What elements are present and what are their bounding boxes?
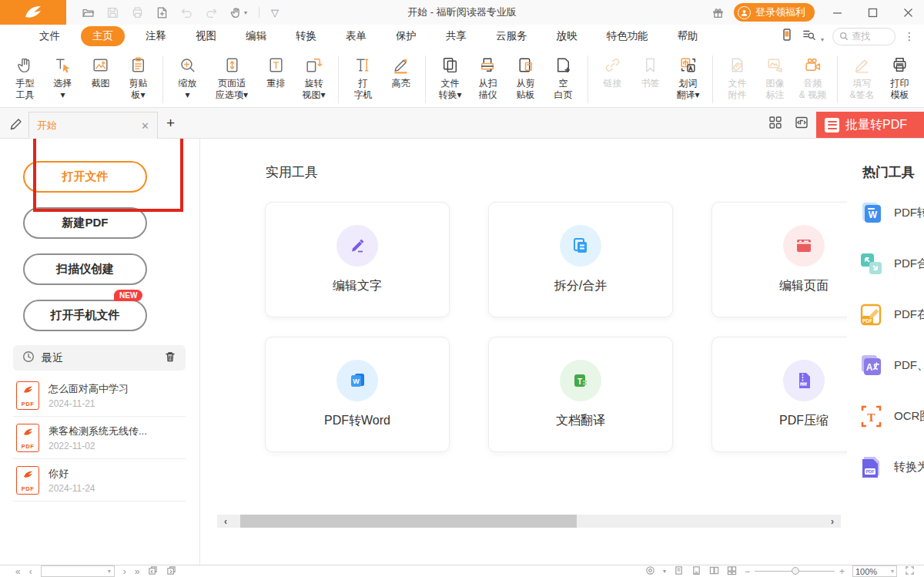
tab-close-icon[interactable]: ✕ xyxy=(141,120,149,132)
menu-home[interactable]: 主页 xyxy=(81,26,125,46)
new-pdf-button[interactable]: 新建PDF xyxy=(23,207,147,239)
hand-gesture-icon[interactable]: ▾ xyxy=(229,6,247,19)
scroll-right-icon[interactable]: › xyxy=(824,516,841,527)
ribbon-reflow[interactable]: 重排 xyxy=(258,55,294,89)
menu-edit[interactable]: 编辑 xyxy=(246,26,266,46)
menu-file[interactable]: 文件 xyxy=(39,26,60,46)
foxit-logo[interactable] xyxy=(0,0,66,25)
tab-start[interactable]: 开始 ✕ xyxy=(28,112,158,139)
gift-icon[interactable] xyxy=(711,6,725,19)
new-document-icon[interactable] xyxy=(156,6,169,19)
menu-view[interactable]: 视图 xyxy=(196,26,216,46)
ribbon-typewriter[interactable]: 打字机 xyxy=(345,55,381,101)
menu-cloud[interactable]: 云服务 xyxy=(496,26,527,46)
fill-sign-icon xyxy=(852,55,872,75)
login-button[interactable]: 登录领福利 xyxy=(734,3,815,22)
convert-to-pdf-icon: PDF xyxy=(857,453,886,481)
utility-tools-title: 实用工具 xyxy=(266,163,318,181)
next-view-icon[interactable] xyxy=(166,565,176,577)
ribbon-page-fit[interactable]: 页面适应选项▾ xyxy=(207,55,256,101)
ribbon-snapshot[interactable]: 截图 xyxy=(82,55,119,89)
ribbon-from-scanner[interactable]: 从扫描仪 xyxy=(470,55,506,101)
ribbon-hand-tool[interactable]: 手型工具 xyxy=(7,55,43,101)
menu-help[interactable]: 帮助 xyxy=(678,26,698,46)
scrollbar-track[interactable] xyxy=(234,515,824,528)
pdf-to-word-icon: W xyxy=(336,360,378,401)
grid-view-icon[interactable] xyxy=(768,116,782,133)
menu-protect[interactable]: 保护 xyxy=(396,26,417,46)
ribbon-file-convert[interactable]: 文件转换▾ xyxy=(432,55,468,101)
svg-text:T: T xyxy=(578,377,582,386)
open-file-icon[interactable] xyxy=(82,6,95,19)
ribbon-translate[interactable]: 划词翻译▾ xyxy=(670,55,706,101)
rename-tab-icon[interactable] xyxy=(10,116,24,133)
open-file-button[interactable]: 打开文件 xyxy=(23,161,147,193)
zoom-slider[interactable]: − + xyxy=(745,566,845,577)
minimize-button[interactable] xyxy=(824,2,850,22)
batch-convert-pdf-banner[interactable]: 批量转PDF xyxy=(816,112,924,138)
facing-continuous-icon[interactable] xyxy=(727,565,737,577)
hot-pdf-translate[interactable]: A PDF、 xyxy=(857,351,924,380)
menu-features[interactable]: 特色功能 xyxy=(607,26,648,46)
hot-convert-to-pdf[interactable]: PDF 转换为 xyxy=(857,453,924,481)
collapse-ribbon-icon[interactable]: ⌃ xyxy=(904,96,910,104)
scanner-create-button[interactable]: 扫描仪创建 xyxy=(23,253,147,285)
zoom-slider-knob[interactable] xyxy=(792,567,799,575)
open-mobile-file-button[interactable]: 打开手机文件 xyxy=(23,300,147,331)
hot-pdf-to-word[interactable]: W PDF转 xyxy=(857,199,924,227)
mobile-phone-icon[interactable] xyxy=(780,28,794,45)
menu-comment[interactable]: 注释 xyxy=(146,26,166,46)
reading-mode-icon[interactable] xyxy=(795,116,808,133)
link-icon xyxy=(603,55,622,75)
scroll-left-icon[interactable]: ‹ xyxy=(217,516,234,527)
card-pdf-to-word[interactable]: W PDF转Word xyxy=(265,337,450,452)
menu-convert[interactable]: 转换 xyxy=(296,26,316,46)
clear-recent-icon[interactable] xyxy=(164,351,176,365)
zoom-in-icon[interactable]: + xyxy=(839,566,845,577)
title-bar: ▾ ▽ 开始 - 福昕阅读器专业版 登录领福利 xyxy=(0,0,924,25)
fullscreen-icon[interactable] xyxy=(905,565,915,577)
card-split-merge[interactable]: 拆分/合并 xyxy=(488,202,673,317)
menu-present[interactable]: 放映 xyxy=(557,26,578,46)
horizontal-scrollbar[interactable]: ‹ › xyxy=(217,515,841,528)
blank-page-icon xyxy=(554,55,573,75)
card-edit-text[interactable]: 编辑文字 xyxy=(265,202,450,317)
recent-file-row[interactable]: PDF 乘客检测系统无线传... 2022-11-02 xyxy=(13,417,186,459)
menu-share[interactable]: 共享 xyxy=(446,26,467,46)
recent-file-row[interactable]: PDF 你好 2024-11-24 xyxy=(13,459,186,502)
ribbon-print-template[interactable]: 打印模板 xyxy=(882,55,918,101)
search-box[interactable] xyxy=(832,28,896,45)
ribbon-from-clipboard[interactable]: 从剪贴板 xyxy=(507,55,544,101)
hot-pdf-merge[interactable]: PDF合 xyxy=(857,250,924,278)
hot-ocr[interactable]: T OCR图 xyxy=(857,402,924,431)
card-doc-translate[interactable]: T 文档翻译 xyxy=(488,337,673,452)
close-button[interactable] xyxy=(895,2,921,22)
customize-toolbar-icon[interactable]: ▽ xyxy=(271,7,279,18)
previous-view-icon[interactable] xyxy=(148,565,158,577)
tab-bar: 开始 ✕ + 批量转PDF xyxy=(0,108,924,139)
hot-pdf-online-edit[interactable]: PDF PDF在 xyxy=(857,300,924,329)
zoom-level-select[interactable]: 100% ▾ xyxy=(852,565,897,577)
ribbon-rotate-view[interactable]: 旋转视图▾ xyxy=(296,55,332,101)
single-page-icon[interactable] xyxy=(674,565,684,577)
continuous-page-icon[interactable] xyxy=(691,565,701,577)
ribbon-highlight[interactable]: 高亮 xyxy=(383,55,419,89)
page-number-select[interactable]: ▾ xyxy=(41,565,115,577)
new-tab-button[interactable]: + xyxy=(166,115,175,132)
maximize-button[interactable] xyxy=(859,2,886,22)
more-options-icon[interactable]: ⋮ xyxy=(904,30,915,42)
facing-pages-icon[interactable] xyxy=(709,565,719,577)
scrollbar-thumb[interactable] xyxy=(240,515,577,528)
ribbon-zoom[interactable]: 缩放▾ xyxy=(169,55,206,101)
menu-form[interactable]: 表单 xyxy=(346,26,367,46)
zoom-out-icon[interactable]: − xyxy=(745,566,750,577)
recent-file-row[interactable]: PDF 怎么面对高中学习 2024-11-21 xyxy=(13,374,186,417)
ribbon-blank-page[interactable]: 空白页 xyxy=(545,55,581,101)
loupe-caret-icon[interactable]: ▾ xyxy=(663,568,666,575)
loupe-tool-icon[interactable] xyxy=(645,565,655,577)
ribbon-select[interactable]: 选择▾ xyxy=(45,55,81,101)
ribbon-clipboard[interactable]: 剪贴板▾ xyxy=(120,55,156,101)
search-list-icon[interactable]: ▾ xyxy=(802,28,824,45)
first-page-icon: « xyxy=(15,566,21,577)
search-input[interactable] xyxy=(852,31,886,42)
